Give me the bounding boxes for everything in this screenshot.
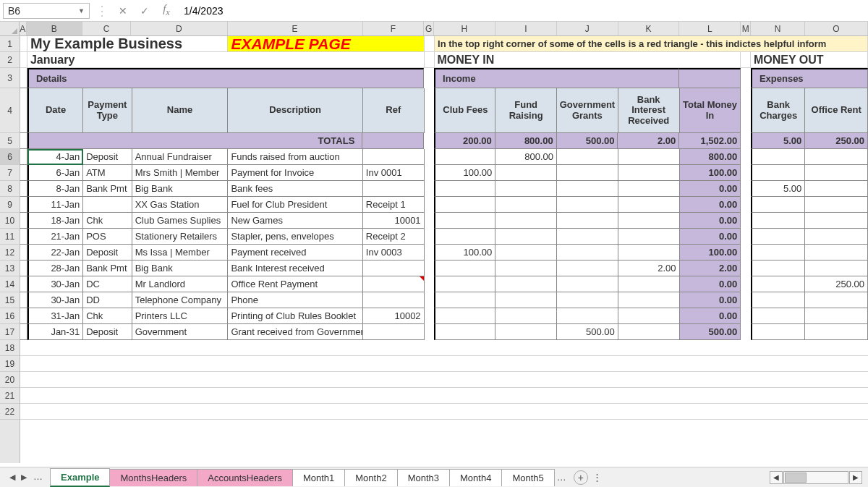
total-bank-charges[interactable]: 5.00: [751, 133, 805, 149]
cell-date[interactable]: 4-Jan: [27, 149, 83, 165]
cell-bank-charges[interactable]: [751, 213, 805, 229]
col-header[interactable]: N: [751, 22, 805, 35]
cell[interactable]: [20, 149, 27, 165]
cell-office-rent[interactable]: [805, 213, 868, 229]
cell-fund-raising[interactable]: [495, 308, 557, 324]
row-header[interactable]: 2: [0, 52, 20, 68]
cell-gov-grants[interactable]: [557, 165, 618, 181]
cell-description[interactable]: Printing of Club Rules Booklet: [228, 308, 362, 324]
col-office-rent[interactable]: Office Rent: [805, 88, 868, 133]
col-header[interactable]: E: [228, 22, 363, 35]
cell[interactable]: [20, 245, 27, 261]
row-header[interactable]: 8: [0, 181, 20, 197]
cell[interactable]: [425, 324, 435, 340]
cell-bank-charges[interactable]: [751, 165, 805, 181]
cell-payment-type[interactable]: Deposit: [83, 149, 132, 165]
cell[interactable]: [741, 197, 751, 213]
cell[interactable]: [425, 181, 435, 197]
row-header[interactable]: 9: [0, 197, 20, 213]
cell-club-fees[interactable]: [434, 324, 495, 340]
cell-ref[interactable]: [363, 149, 425, 165]
cell-description[interactable]: Fuel for Club President: [228, 197, 362, 213]
cell-description[interactable]: New Games: [228, 213, 362, 229]
cell[interactable]: [20, 181, 27, 197]
cell-ref[interactable]: [363, 292, 425, 308]
cell-total-money-in[interactable]: 2.00: [680, 261, 741, 276]
row-header[interactable]: 14: [0, 276, 20, 292]
cell-bank-charges[interactable]: [751, 229, 805, 245]
cell-ref[interactable]: Receipt 2: [363, 229, 425, 245]
col-header[interactable]: G: [424, 22, 434, 35]
cell-ref[interactable]: [363, 181, 425, 197]
cell-gov-grants[interactable]: [557, 197, 618, 213]
cell[interactable]: [20, 340, 868, 356]
expenses-header[interactable]: Expenses: [751, 68, 868, 88]
cell-gov-grants[interactable]: [557, 261, 618, 276]
cell[interactable]: [424, 68, 434, 88]
col-name[interactable]: Name: [132, 88, 229, 133]
cell-bank-interest[interactable]: [618, 149, 680, 165]
cell-gov-grants[interactable]: 500.00: [557, 324, 618, 340]
cell-fund-raising[interactable]: [495, 197, 557, 213]
cell-office-rent[interactable]: [805, 197, 868, 213]
cell-fund-raising[interactable]: [495, 181, 557, 197]
cell-office-rent[interactable]: [805, 229, 868, 245]
row-header[interactable]: 12: [0, 245, 20, 261]
cell[interactable]: [20, 292, 27, 308]
total-club-fees[interactable]: 200.00: [434, 133, 495, 149]
cell[interactable]: [20, 356, 868, 372]
cell-club-fees[interactable]: [434, 308, 495, 324]
cell[interactable]: [20, 36, 27, 52]
cell-bank-interest[interactable]: [618, 213, 680, 229]
formula-input[interactable]: [179, 3, 865, 19]
cell-ref[interactable]: Inv 0001: [363, 165, 425, 181]
cell-club-fees[interactable]: 100.00: [434, 165, 495, 181]
cell-payment-type[interactable]: Bank Pmt: [83, 181, 132, 197]
row-header[interactable]: 16: [0, 308, 20, 324]
cell-description[interactable]: Bank Interest received: [228, 261, 362, 276]
col-header[interactable]: K: [618, 22, 680, 35]
cell-date[interactable]: 30-Jan: [27, 292, 83, 308]
cell-total-money-in[interactable]: 500.00: [680, 324, 741, 340]
cell-payment-type[interactable]: Deposit: [83, 324, 132, 340]
cell[interactable]: [741, 213, 751, 229]
col-header[interactable]: I: [495, 22, 557, 35]
cell-ref[interactable]: 10001: [363, 213, 425, 229]
cell[interactable]: [425, 197, 435, 213]
cell[interactable]: [425, 213, 435, 229]
cell-name[interactable]: Printers LLC: [132, 308, 229, 324]
cell-fund-raising[interactable]: [495, 245, 557, 261]
cell[interactable]: [425, 276, 435, 292]
cell-payment-type[interactable]: ATM: [83, 165, 132, 181]
cell-total-money-in[interactable]: 0.00: [680, 213, 741, 229]
cell[interactable]: [425, 149, 435, 165]
row-header[interactable]: 19: [0, 356, 20, 372]
income-header[interactable]: Income: [434, 68, 679, 88]
cell[interactable]: [20, 404, 868, 420]
cell[interactable]: [20, 372, 868, 388]
business-title[interactable]: My Example Business: [27, 36, 229, 52]
cell[interactable]: [741, 52, 751, 68]
dropdown-icon[interactable]: ▼: [78, 7, 85, 14]
total-office-rent[interactable]: 250.00: [805, 133, 868, 149]
cell-office-rent[interactable]: 250.00: [805, 276, 868, 292]
cell-total-money-in[interactable]: 100.00: [680, 245, 741, 261]
row-header[interactable]: 20: [0, 372, 20, 388]
cell[interactable]: [20, 52, 27, 68]
cell[interactable]: [20, 133, 27, 149]
helper-note[interactable]: In the top right corner of some of the c…: [435, 36, 868, 52]
cell-club-fees[interactable]: 100.00: [434, 245, 495, 261]
col-gov-grants[interactable]: Government Grants: [557, 88, 618, 133]
col-header[interactable]: H: [434, 22, 495, 35]
cell-description[interactable]: Payment received: [228, 245, 362, 261]
col-header[interactable]: M: [741, 22, 751, 35]
cell-name[interactable]: Mr Landlord: [132, 276, 229, 292]
cell[interactable]: [20, 229, 27, 245]
cell[interactable]: [741, 88, 751, 133]
cell[interactable]: [741, 245, 751, 261]
cell-payment-type[interactable]: Chk: [83, 213, 132, 229]
cell-name[interactable]: Annual Fundraiser: [132, 149, 229, 165]
cell-name[interactable]: Club Games Suplies: [132, 213, 229, 229]
cell-description[interactable]: Funds raised from auction: [228, 149, 362, 165]
cell[interactable]: [425, 229, 435, 245]
